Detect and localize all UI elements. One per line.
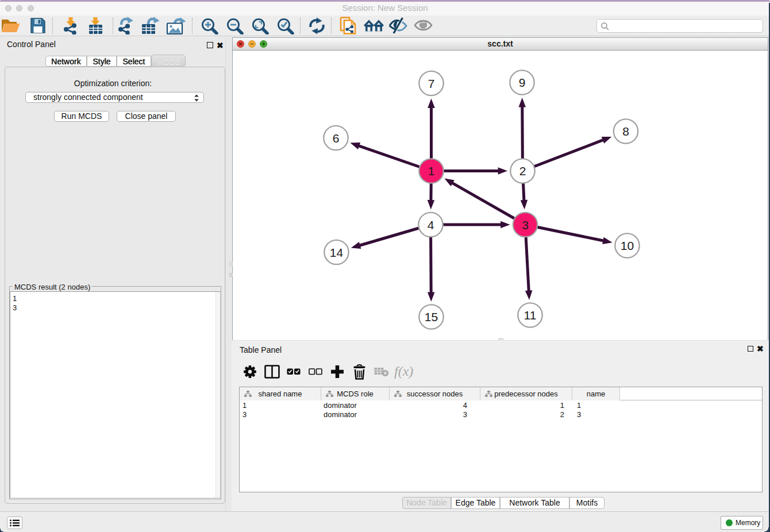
- svg-text:6: 6: [333, 132, 340, 145]
- svg-text:10: 10: [621, 239, 634, 252]
- svg-text:2: 2: [519, 164, 526, 178]
- svg-text:3: 3: [522, 218, 529, 232]
- svg-text:1: 1: [428, 164, 435, 178]
- svg-text:11: 11: [524, 309, 537, 322]
- svg-text:8: 8: [622, 125, 629, 138]
- svg-text:14: 14: [330, 246, 344, 259]
- svg-text:7: 7: [428, 77, 435, 90]
- svg-text:9: 9: [519, 76, 526, 89]
- svg-text:4: 4: [428, 218, 434, 232]
- svg-text:15: 15: [425, 310, 438, 323]
